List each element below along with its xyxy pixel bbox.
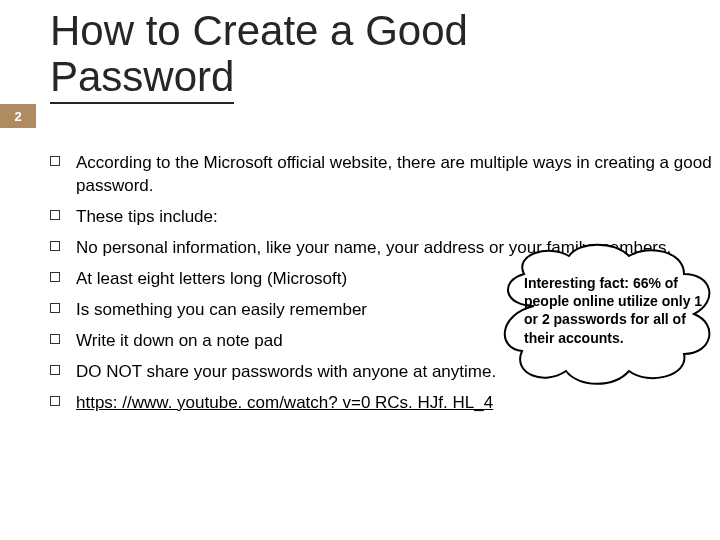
square-bullet-icon [50,303,60,313]
square-bullet-icon [50,396,60,406]
thought-cloud-callout: Interesting fact: 66% of people online u… [494,236,720,396]
square-bullet-icon [50,210,60,220]
square-bullet-icon [50,334,60,344]
slide-number-badge: 2 [0,104,36,128]
square-bullet-icon [50,272,60,282]
bullet-text: These tips include: [76,206,218,229]
bullet-link[interactable]: https: //www. youtube. com/watch? v=0 RC… [76,392,493,415]
bullet-text: According to the Microsoft official webs… [76,152,712,198]
bullet-text: Write it down on a note pad [76,330,283,353]
square-bullet-icon [50,365,60,375]
bullet-text: DO NOT share your passwords with anyone … [76,361,496,384]
square-bullet-icon [50,156,60,166]
callout-text: Interesting fact: 66% of people online u… [524,274,704,347]
title-line-2: Password [50,54,234,104]
bullet-text: At least eight letters long (Microsoft) [76,268,347,291]
slide-title: How to Create a Good Password [50,8,468,104]
list-item: According to the Microsoft official webs… [50,152,712,198]
square-bullet-icon [50,241,60,251]
list-item: These tips include: [50,206,712,229]
title-line-1: How to Create a Good [50,7,468,54]
bullet-text: Is something you can easily remember [76,299,367,322]
